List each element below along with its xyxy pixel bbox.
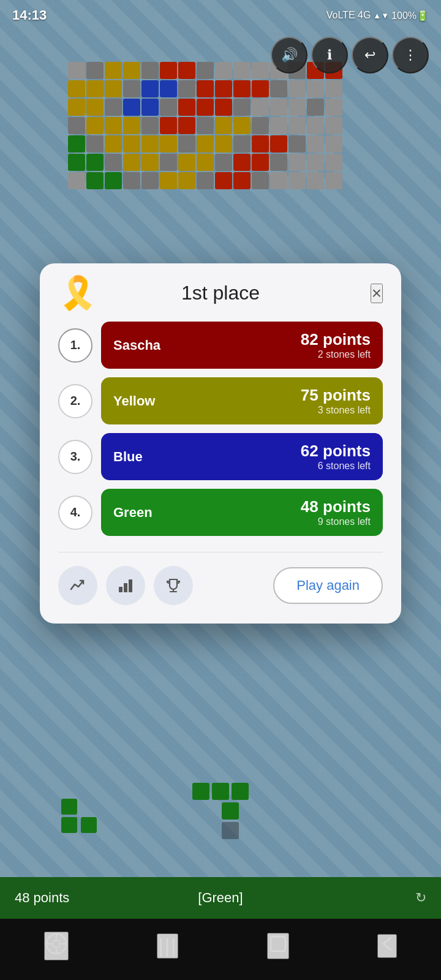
info-button[interactable]: ℹ [311, 37, 348, 74]
refresh-icon: ↻ [415, 890, 426, 906]
score-info-1: 82 points 2 stones left [301, 330, 371, 360]
stones-3: 6 stones left [318, 461, 371, 471]
stones-2: 3 stones left [318, 405, 371, 415]
rank-badge-1: 1. [58, 328, 92, 363]
trophy-button[interactable] [154, 566, 193, 605]
rank-badge-4: 4. [58, 496, 92, 530]
trophy-icon [165, 577, 182, 594]
score-list: 1. Sascha 82 points 2 stones left 2. Yel… [58, 322, 383, 536]
table-row: 4. Green 48 points 9 stones left [58, 489, 383, 536]
bottom-status-bar: 48 points [Green] ↻ [0, 877, 441, 919]
points-2: 75 points [301, 386, 371, 405]
results-modal: 🎗️ 1st place × 1. Sascha 82 points 2 sto… [40, 263, 401, 624]
score-card-1: Sascha 82 points 2 stones left [101, 322, 383, 369]
stats-button[interactable] [58, 566, 97, 605]
player-name-1: Sascha [113, 337, 160, 353]
table-row: 2. Yellow 75 points 3 stones left [58, 377, 383, 424]
barchart-icon [117, 577, 134, 594]
modal-header: 🎗️ 1st place × [58, 282, 383, 304]
stones-1: 2 stones left [318, 349, 371, 360]
game-toolbar: 🔊 ℹ ↩ ⋮ [271, 37, 429, 74]
points-4: 48 points [301, 497, 371, 516]
score-info-3: 62 points 6 stones left [301, 442, 371, 472]
bottom-points: 48 points [15, 890, 69, 906]
player-name-4: Green [113, 505, 153, 521]
medal-icon: 🎗️ [58, 274, 98, 312]
system-indicators: VoLTE 4G ▲▼ 100%🔋 [326, 10, 429, 21]
svg-rect-1 [124, 583, 127, 592]
score-card-3: Blue 62 points 6 stones left [101, 433, 383, 480]
bottom-player: [Green] [198, 890, 243, 906]
rank-badge-3: 3. [58, 440, 92, 474]
divider [58, 552, 383, 552]
action-bar: Play again [58, 566, 383, 605]
player-name-2: Yellow [113, 393, 155, 409]
clock: 14:13 [12, 7, 47, 23]
play-again-button[interactable]: Play again [273, 567, 383, 604]
svg-rect-0 [119, 587, 123, 592]
stones-4: 9 stones left [318, 516, 371, 527]
volume-button[interactable]: 🔊 [271, 37, 307, 74]
trend-icon [69, 577, 86, 594]
table-row: 1. Sascha 82 points 2 stones left [58, 322, 383, 369]
player-name-3: Blue [113, 449, 143, 465]
more-options-button[interactable]: ⋮ [392, 37, 429, 74]
close-button[interactable]: × [371, 284, 383, 303]
table-row: 3. Blue 62 points 6 stones left [58, 433, 383, 480]
undo-button[interactable]: ↩ [352, 37, 388, 74]
svg-rect-2 [129, 579, 132, 592]
score-card-4: Green 48 points 9 stones left [101, 489, 383, 536]
rank-badge-2: 2. [58, 384, 92, 418]
status-bar: 14:13 VoLTE 4G ▲▼ 100%🔋 [0, 0, 441, 31]
score-info-4: 48 points 9 stones left [301, 497, 371, 527]
score-card-2: Yellow 75 points 3 stones left [101, 377, 383, 424]
points-3: 62 points [301, 442, 371, 461]
leaderboard-button[interactable] [106, 566, 145, 605]
points-1: 82 points [301, 330, 371, 349]
modal-title: 1st place [181, 282, 260, 304]
score-info-2: 75 points 3 stones left [301, 386, 371, 416]
